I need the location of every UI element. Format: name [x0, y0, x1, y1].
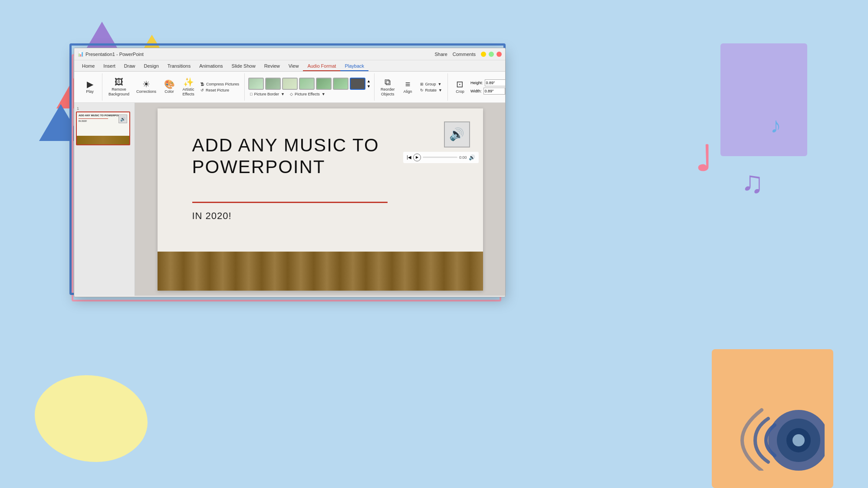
- title-bar-left: 📊 Presentation1 - PowerPoint: [78, 51, 144, 57]
- tab-transitions[interactable]: Transitions: [163, 62, 195, 71]
- reorder-label: ReorderObjects: [381, 87, 395, 97]
- reset-picture-button[interactable]: ↺ Reset Picture: [199, 88, 241, 93]
- title-bar: 📊 Presentation1 - PowerPoint Share Comme…: [74, 48, 505, 60]
- align-button[interactable]: ≡ Align: [399, 78, 417, 96]
- picture-effects-button[interactable]: ◇ Picture Effects ▼: [288, 92, 327, 97]
- audio-time: 0:00: [459, 155, 467, 160]
- audio-controls: |◀ ▶ 0:00 🔊: [403, 152, 478, 163]
- picture-styles-row: ▲ ▼: [248, 78, 371, 90]
- picture-utils: 🗜 Compress Pictures ↺ Reset Picture: [199, 82, 241, 93]
- border-label: Picture Border: [254, 92, 279, 96]
- pic-style-5[interactable]: [316, 78, 332, 90]
- artistic-icon: ✨: [183, 78, 194, 86]
- comments-button[interactable]: Comments: [453, 52, 476, 57]
- tab-slideshow[interactable]: Slide Show: [227, 62, 260, 71]
- tab-design[interactable]: Design: [140, 62, 163, 71]
- speaker-decoration: [738, 384, 825, 471]
- pic-style-4[interactable]: [299, 78, 315, 90]
- tab-playback[interactable]: Playback: [340, 62, 368, 71]
- compress-pictures-button[interactable]: 🗜 Compress Pictures: [199, 82, 241, 87]
- reorder-objects-button[interactable]: ⧉ ReorderObjects: [378, 76, 398, 98]
- maximize-btn[interactable]: [489, 52, 494, 57]
- slide-thumbnail[interactable]: ADD ANY MUSIC TO POWERPOINT IN 2020! 🔊: [76, 111, 130, 145]
- ribbon-toolbar: ▶ Play 🖼 RemoveBackground ☀ Corrections …: [74, 72, 505, 103]
- tab-draw[interactable]: Draw: [120, 62, 140, 71]
- crop-icon: ⊡: [456, 80, 464, 88]
- tab-view[interactable]: View: [284, 62, 303, 71]
- close-btn[interactable]: [496, 52, 502, 57]
- window-controls: [481, 52, 502, 57]
- pic-style-7[interactable]: [350, 78, 365, 90]
- audio-volume-icon[interactable]: 🔊: [469, 154, 475, 160]
- remove-bg-icon: 🖼: [115, 78, 123, 86]
- align-icon: ≡: [405, 80, 411, 88]
- compress-icon: 🗜: [201, 82, 204, 86]
- ribbon-group-arrange: ⧉ ReorderObjects ≡ Align ⊞ Group ▼ ↻ Rot…: [375, 73, 448, 101]
- width-input[interactable]: [483, 88, 505, 95]
- audio-prev-btn[interactable]: |◀: [407, 155, 411, 160]
- remove-background-button[interactable]: 🖼 RemoveBackground: [106, 76, 132, 98]
- corrections-label: Corrections: [136, 89, 156, 94]
- main-slide-area[interactable]: ADD ANY MUSIC TO POWERPOINT IN 2020! 🔊 |…: [135, 103, 505, 296]
- size-inputs: Height: Width:: [470, 79, 506, 95]
- rotate-button[interactable]: ↻ Rotate ▼: [418, 88, 444, 93]
- reorder-icon: ⧉: [385, 78, 391, 86]
- pic-style-2[interactable]: [265, 78, 281, 90]
- purple-rect-decoration: [720, 43, 807, 156]
- color-icon: 🎨: [164, 80, 175, 88]
- slide-canvas: ADD ANY MUSIC TO POWERPOINT IN 2020! 🔊 |…: [158, 108, 483, 291]
- corrections-icon: ☀: [142, 80, 150, 88]
- style-scroll: ▲ ▼: [367, 79, 371, 88]
- picture-options-row: □ Picture Border ▼ ◇ Picture Effects ▼: [248, 92, 371, 97]
- reset-icon: ↺: [201, 88, 204, 92]
- group-button[interactable]: ⊞ Group ▼: [418, 82, 444, 87]
- ribbon-group-size: ⊡ Crop Height: Width:: [448, 73, 506, 101]
- music-note-blue: ♪: [770, 113, 781, 138]
- group-icon: ⊞: [420, 82, 424, 86]
- artistic-effects-button[interactable]: ✨ ArtisticEffects: [180, 76, 197, 98]
- purple-triangle-decoration: [87, 22, 117, 48]
- tab-insert[interactable]: Insert: [99, 62, 120, 71]
- height-input[interactable]: [485, 79, 506, 86]
- svg-point-3: [792, 434, 805, 446]
- svg-point-2: [786, 428, 811, 452]
- group-label: Group: [425, 82, 436, 86]
- artistic-label: ArtisticEffects: [182, 87, 194, 97]
- play-icon: ▶: [87, 80, 93, 88]
- tab-review[interactable]: Review: [260, 62, 284, 71]
- picture-border-button[interactable]: □ Picture Border ▼: [248, 92, 286, 97]
- slide-thumb-container: 1 ADD ANY MUSIC TO POWERPOINT IN 2020! 🔊: [76, 106, 133, 145]
- slide-subtitle: IN 2020!: [192, 210, 232, 222]
- width-label: Width:: [470, 89, 482, 93]
- tab-animations[interactable]: Animations: [195, 62, 227, 71]
- pic-style-1[interactable]: [248, 78, 264, 90]
- ribbon-group-play: ▶ Play: [78, 73, 102, 101]
- audio-progress-bar[interactable]: [423, 157, 457, 158]
- title-bar-right: Share Comments: [434, 52, 502, 57]
- minimize-btn[interactable]: [481, 52, 486, 57]
- share-button[interactable]: Share: [434, 52, 447, 57]
- slide-floor: [158, 252, 483, 291]
- compress-label: Compress Pictures: [206, 82, 239, 86]
- style-down[interactable]: ▼: [367, 84, 371, 88]
- ribbon-group-adjust: 🖼 RemoveBackground ☀ Corrections 🎨 Color…: [102, 73, 245, 101]
- audio-play-button[interactable]: ▶: [413, 154, 421, 161]
- tab-audio-format[interactable]: Audio Format: [303, 62, 340, 71]
- color-button[interactable]: 🎨 Color: [161, 78, 178, 96]
- audio-icon-slide[interactable]: 🔊: [444, 121, 470, 147]
- pic-style-6[interactable]: [333, 78, 349, 90]
- tab-home[interactable]: Home: [78, 62, 99, 71]
- group-chevron-icon: ▼: [438, 82, 442, 86]
- crop-button[interactable]: ⊡ Crop: [451, 78, 469, 96]
- corrections-button[interactable]: ☀ Corrections: [134, 78, 159, 96]
- crop-label: Crop: [456, 89, 464, 94]
- file-title: Presentation1 - PowerPoint: [85, 52, 144, 57]
- play-button[interactable]: ▶ Play: [81, 78, 99, 96]
- style-up[interactable]: ▲: [367, 79, 371, 83]
- ribbon-group-picture-styles: ▲ ▼ □ Picture Border ▼ ◇ Picture Effects…: [245, 73, 375, 101]
- slide-panel: 1 ADD ANY MUSIC TO POWERPOINT IN 2020! 🔊: [74, 103, 135, 296]
- slide-thumb-audio-icon: 🔊: [118, 115, 127, 123]
- pic-style-3[interactable]: [282, 78, 298, 90]
- effects-chevron-icon: ▼: [322, 92, 326, 96]
- effects-icon: ◇: [290, 92, 293, 96]
